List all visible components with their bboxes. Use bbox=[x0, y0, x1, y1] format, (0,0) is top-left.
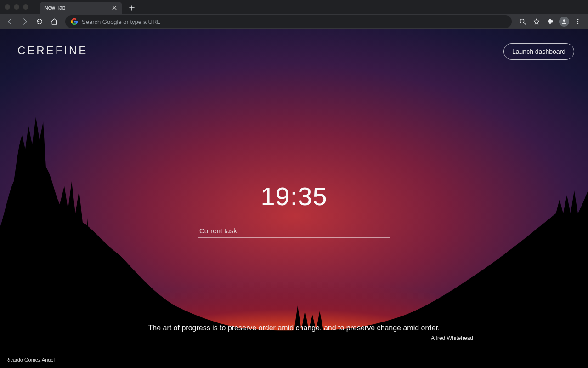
menu-icon[interactable] bbox=[571, 15, 584, 28]
profile-avatar[interactable] bbox=[558, 15, 571, 28]
home-icon[interactable] bbox=[48, 15, 61, 28]
center-block: 19:35 bbox=[198, 181, 390, 238]
window-maximize-dot[interactable] bbox=[23, 4, 28, 10]
browser-tab-active[interactable]: New Tab bbox=[40, 2, 122, 14]
google-icon bbox=[71, 18, 78, 25]
tab-strip: New Tab bbox=[40, 0, 138, 14]
close-tab-icon[interactable] bbox=[111, 5, 118, 11]
window-controls bbox=[5, 4, 28, 10]
forward-icon[interactable] bbox=[18, 15, 31, 28]
omnibox-input[interactable] bbox=[82, 18, 506, 25]
zoom-icon[interactable] bbox=[516, 15, 529, 28]
browser-toolbar bbox=[0, 14, 588, 29]
clock-display: 19:35 bbox=[260, 181, 327, 211]
window-close-dot[interactable] bbox=[5, 4, 10, 10]
photo-credit: Ricardo Gomez Angel bbox=[6, 357, 55, 362]
omnibox[interactable] bbox=[65, 15, 512, 28]
quote-block: The art of progress is to preserve order… bbox=[87, 324, 501, 341]
svg-point-4 bbox=[577, 23, 578, 24]
tab-title: New Tab bbox=[44, 5, 111, 11]
current-task-input[interactable] bbox=[198, 224, 390, 238]
extensions-icon[interactable] bbox=[544, 15, 557, 28]
svg-point-0 bbox=[520, 19, 524, 23]
avatar-icon bbox=[559, 17, 569, 27]
toolbar-right bbox=[516, 15, 584, 28]
new-tab-button[interactable] bbox=[126, 2, 138, 14]
svg-point-2 bbox=[577, 19, 578, 20]
bookmark-icon[interactable] bbox=[530, 15, 543, 28]
new-tab-page: CEREFINE Launch dashboard 19:35 The art … bbox=[0, 29, 588, 368]
reload-icon[interactable] bbox=[33, 15, 46, 28]
quote-text: The art of progress is to preserve order… bbox=[87, 324, 501, 332]
svg-point-1 bbox=[563, 19, 565, 22]
window-minimize-dot[interactable] bbox=[14, 4, 19, 10]
brand-logo: CEREFINE bbox=[17, 44, 88, 57]
back-icon[interactable] bbox=[4, 15, 17, 28]
launch-dashboard-button[interactable]: Launch dashboard bbox=[503, 43, 574, 60]
quote-author: Alfred Whitehead bbox=[87, 335, 501, 341]
svg-point-3 bbox=[577, 21, 578, 22]
window-titlebar: New Tab bbox=[0, 0, 588, 14]
